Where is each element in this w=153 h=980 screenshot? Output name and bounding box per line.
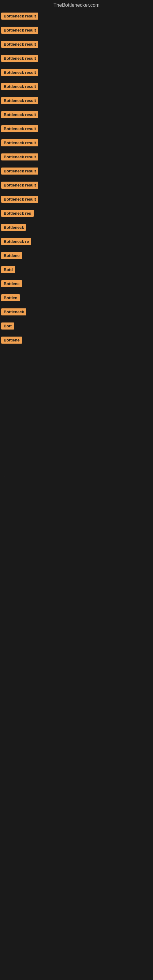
bottleneck-result-badge[interactable]: Bottlene xyxy=(1,252,22,259)
bottleneck-result-badge[interactable]: Bottleneck result xyxy=(1,111,38,118)
list-item: Bottleneck result xyxy=(0,80,153,93)
bottleneck-result-badge[interactable]: Bottleneck result xyxy=(1,13,38,20)
site-title: TheBottlenecker.com xyxy=(0,0,153,9)
bottleneck-result-badge[interactable]: Bottleneck result xyxy=(1,139,38,146)
list-item: Bottleneck xyxy=(0,305,153,318)
bottleneck-result-badge[interactable]: Bottlene xyxy=(1,337,22,344)
list-item: Bottl xyxy=(0,263,153,276)
bottleneck-result-badge[interactable]: Bottlen xyxy=(1,294,20,301)
list-item: Bottlene xyxy=(0,277,153,290)
bottleneck-result-badge[interactable]: Bottleneck result xyxy=(1,27,38,34)
bottleneck-result-badge[interactable]: Bottleneck result xyxy=(1,196,38,203)
bottleneck-result-badge[interactable]: Bottleneck result xyxy=(1,125,38,132)
list-item: Bottlen xyxy=(0,291,153,304)
list-item: Bottleneck result xyxy=(0,94,153,107)
bottleneck-result-badge[interactable]: Bottleneck result xyxy=(1,167,38,175)
list-item: Bottleneck result xyxy=(0,23,153,37)
list-item: Bottleneck result xyxy=(0,108,153,121)
list-item: Bottleneck result xyxy=(0,65,153,79)
dots-label: ... xyxy=(2,474,5,478)
list-item: Bottleneck result xyxy=(0,136,153,150)
bottleneck-result-badge[interactable]: Bottleneck result xyxy=(1,83,38,90)
bottleneck-result-badge[interactable]: Bottleneck res xyxy=(1,210,33,217)
bottleneck-result-badge[interactable]: Bottleneck result xyxy=(1,153,38,161)
bottleneck-result-badge[interactable]: Bottleneck result xyxy=(1,181,38,189)
bottleneck-result-badge[interactable]: Bottleneck xyxy=(1,309,26,315)
list-item: Bottleneck result xyxy=(0,178,153,192)
bottleneck-result-badge[interactable]: Bottleneck result xyxy=(1,69,38,76)
list-item: Bottleneck result xyxy=(0,122,153,135)
bottleneck-result-badge[interactable]: Bott xyxy=(1,323,14,329)
bottleneck-result-badge[interactable]: Bottleneck result xyxy=(1,97,38,104)
list-item: Bottleneck res xyxy=(0,207,153,220)
list-item: Bottleneck result xyxy=(0,9,153,23)
bottleneck-result-badge[interactable]: Bottlene xyxy=(1,280,22,287)
list-item: Bottleneck xyxy=(0,221,153,234)
list-item: Bottleneck result xyxy=(0,192,153,206)
bottleneck-result-badge[interactable]: Bottl xyxy=(1,266,15,273)
list-item: Bottleneck result xyxy=(0,37,153,51)
bottleneck-result-badge[interactable]: Bottleneck result xyxy=(1,41,38,48)
bottleneck-result-badge[interactable]: Bottleneck xyxy=(1,224,26,231)
list-item: Bottlene xyxy=(0,249,153,262)
list-item: Bottleneck result xyxy=(0,164,153,178)
bottleneck-result-badge[interactable]: Bottleneck result xyxy=(1,55,38,62)
list-item: Bottlene xyxy=(0,333,153,347)
list-item: Bottleneck result xyxy=(0,51,153,65)
list-item: Bottleneck re xyxy=(0,235,153,248)
list-item: Bottleneck result xyxy=(0,150,153,164)
bottleneck-result-badge[interactable]: Bottleneck re xyxy=(1,238,31,245)
list-item: Bott xyxy=(0,319,153,332)
